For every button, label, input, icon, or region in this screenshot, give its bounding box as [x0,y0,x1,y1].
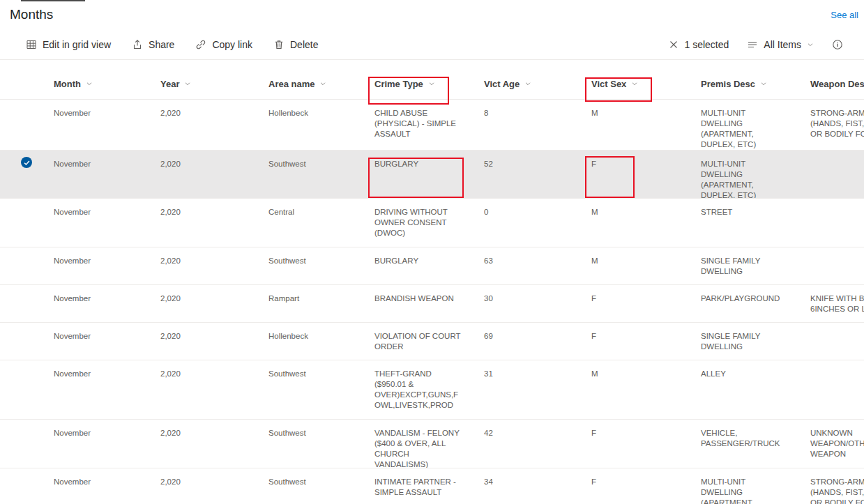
command-bar-actions: Edit in grid view Share Copy link Delete [26,39,318,50]
edit-in-grid-view-button[interactable]: Edit in grid view [26,39,111,50]
cell-crime_type: DRIVING WITHOUT OWNER CONSENT (DWOC) [364,199,473,247]
chevron-down-icon [807,41,814,48]
cell-area_name: Southwest [258,420,364,468]
copy-link-button[interactable]: Copy link [195,39,252,50]
cell-area_name: Hollenbeck [258,323,364,360]
command-bar-right: 1 selected All Items [669,39,843,50]
table-row[interactable]: November2,020SouthwestBURGLARY63MSINGLE … [0,247,864,285]
row-select-cell[interactable] [0,199,43,247]
column-header-premis-desc[interactable]: Premis Desc [690,68,800,99]
table-row[interactable]: November2,020SouthwestTHEFT-GRAND ($950.… [0,360,864,420]
cell-vict_sex: F [581,420,690,468]
list-rows: November2,020HollenbeckCHILD ABUSE (PHYS… [0,100,864,504]
table-row[interactable]: November2,020HollenbeckVIOLATION OF COUR… [0,323,864,360]
cell-premis_desc: VEHICLE, PASSENGER/TRUCK [690,420,800,468]
cell-weapon_desc: KNIFE WITH BLADE 6INCHES OR LESS [800,285,864,322]
share-button[interactable]: Share [132,39,174,50]
delete-button[interactable]: Delete [273,39,318,50]
cell-weapon_desc [800,151,864,198]
cell-weapon_desc [800,360,864,419]
row-select-cell[interactable] [0,323,43,360]
clear-selection-button[interactable]: 1 selected [669,39,729,50]
table-row[interactable]: November2,020RampartBRANDISH WEAPON30FPA… [0,285,864,323]
cell-year: 2,020 [150,323,258,360]
column-header-year[interactable]: Year [150,68,258,99]
cell-vict_sex: F [581,323,690,360]
table-header-row: Month Year Area name Crime Type Vict Age… [0,68,864,100]
cell-year: 2,020 [150,285,258,322]
cell-crime_type: THEFT-GRAND ($950.01 & OVER)EXCPT,GUNS,F… [364,360,473,419]
cell-year: 2,020 [150,199,258,247]
chevron-down-icon [760,80,767,87]
column-header-area-name[interactable]: Area name [258,68,364,99]
cell-premis_desc: SINGLE FAMILY DWELLING [690,323,800,360]
column-header-weapon-desc[interactable]: Weapon Desc [800,68,864,99]
column-header-label: Vict Age [484,79,520,89]
view-options-icon [747,39,758,50]
cell-premis_desc: MULTI-UNIT DWELLING (APARTMENT, DUPLEX, … [690,100,800,150]
cell-area_name: Hollenbeck [258,100,364,150]
copy-link-label: Copy link [212,39,252,50]
cell-crime_type: BRANDISH WEAPON [364,285,473,322]
row-select-cell[interactable] [0,285,43,322]
column-header-label: Year [160,79,179,89]
view-selector[interactable]: All Items [747,39,814,50]
cell-crime_type: VANDALISM - FELONY ($400 & OVER, ALL CHU… [364,420,473,468]
column-header-vict-sex[interactable]: Vict Sex [581,68,690,99]
column-header-label: Crime Type [374,79,423,89]
see-all-link[interactable]: See all [831,10,860,20]
cell-year: 2,020 [150,151,258,198]
dismiss-icon [669,40,679,49]
cell-crime_type: CHILD ABUSE (PHYSICAL) - SIMPLE ASSAULT [364,100,473,150]
view-selector-label: All Items [764,39,801,50]
edit-in-grid-view-label: Edit in grid view [43,39,111,50]
cell-vict_sex: M [581,199,690,247]
page-title: Months [10,7,53,22]
cell-vict_age: 0 [473,199,581,247]
chevron-down-icon [428,80,435,87]
row-select-cell[interactable] [0,247,43,284]
table-row[interactable]: November2,020CentralDRIVING WITHOUT OWNE… [0,199,864,247]
table-row[interactable]: November2,020SouthwestVANDALISM - FELONY… [0,420,864,468]
row-select-cell[interactable] [0,360,43,419]
column-header-crime-type[interactable]: Crime Type [364,68,473,99]
cell-crime_type: INTIMATE PARTNER - SIMPLE ASSAULT [364,468,473,504]
column-header-label: Weapon Desc [810,79,864,89]
cell-month: November [43,100,150,150]
cell-premis_desc: PARK/PLAYGROUND [690,285,800,322]
grid-icon [26,39,37,50]
cell-month: November [43,323,150,360]
chevron-down-icon [319,80,326,87]
cell-area_name: Rampart [258,285,364,322]
table-row[interactable]: November2,020SouthwestBURGLARY52FMULTI-U… [0,151,864,199]
cell-vict_sex: F [581,151,690,198]
column-header-month[interactable]: Month [43,68,150,99]
column-header-label: Premis Desc [701,79,755,89]
cell-premis_desc: MULTI-UNIT DWELLING (APARTMENT, DUPLEX, … [690,151,800,198]
table-row[interactable]: November2,020HollenbeckCHILD ABUSE (PHYS… [0,100,864,151]
cell-month: November [43,360,150,419]
cell-area_name: Central [258,199,364,247]
row-select-cell[interactable] [0,151,43,198]
cell-vict_age: 31 [473,360,581,419]
chevron-down-icon [631,80,638,87]
command-bar: Edit in grid view Share Copy link Delete [0,29,864,60]
column-header-vict-age[interactable]: Vict Age [473,68,581,99]
row-select-cell[interactable] [0,420,43,468]
info-icon[interactable] [832,39,843,50]
cell-vict_sex: F [581,285,690,322]
chevron-down-icon [184,80,191,87]
cell-area_name: Southwest [258,247,364,284]
chevron-down-icon [86,80,93,87]
sharepoint-list-page: Months See all Edit in grid view Share [0,0,864,504]
cell-vict_age: 69 [473,323,581,360]
cell-vict_age: 63 [473,247,581,284]
row-select-cell[interactable] [0,468,43,504]
table-row[interactable]: November2,020SouthwestINTIMATE PARTNER -… [0,468,864,504]
cell-crime_type: VIOLATION OF COURT ORDER [364,323,473,360]
copy-link-icon [195,39,206,50]
cell-crime_type: BURGLARY [364,151,473,198]
select-all-cell[interactable] [0,68,43,99]
page-header: Months See all [0,0,864,22]
row-select-cell[interactable] [0,100,43,150]
